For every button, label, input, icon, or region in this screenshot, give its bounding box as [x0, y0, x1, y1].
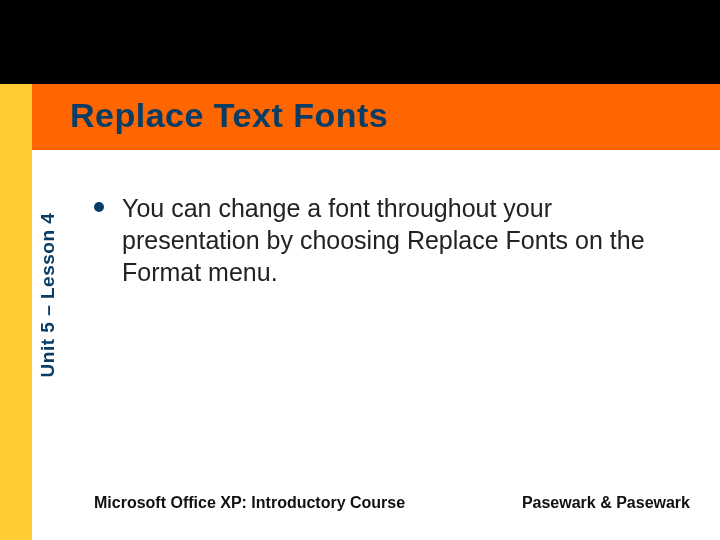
sidebar-label: Unit 5 – Lesson 4	[37, 213, 59, 378]
left-accent-bar	[0, 84, 32, 540]
footer-right: Pasewark & Pasewark	[522, 494, 690, 512]
footer-left: Microsoft Office XP: Introductory Course	[94, 494, 405, 512]
slide-title: Replace Text Fonts	[70, 96, 388, 135]
slide-body: You can change a font throughout your pr…	[94, 192, 684, 288]
top-black-band	[0, 0, 720, 84]
slide: Replace Text Fonts Unit 5 – Lesson 4 You…	[0, 0, 720, 540]
bullet-icon	[94, 202, 104, 212]
sidebar-label-wrap: Unit 5 – Lesson 4	[34, 170, 62, 420]
bullet-row: You can change a font throughout your pr…	[94, 192, 684, 288]
bullet-text: You can change a font throughout your pr…	[122, 192, 684, 288]
